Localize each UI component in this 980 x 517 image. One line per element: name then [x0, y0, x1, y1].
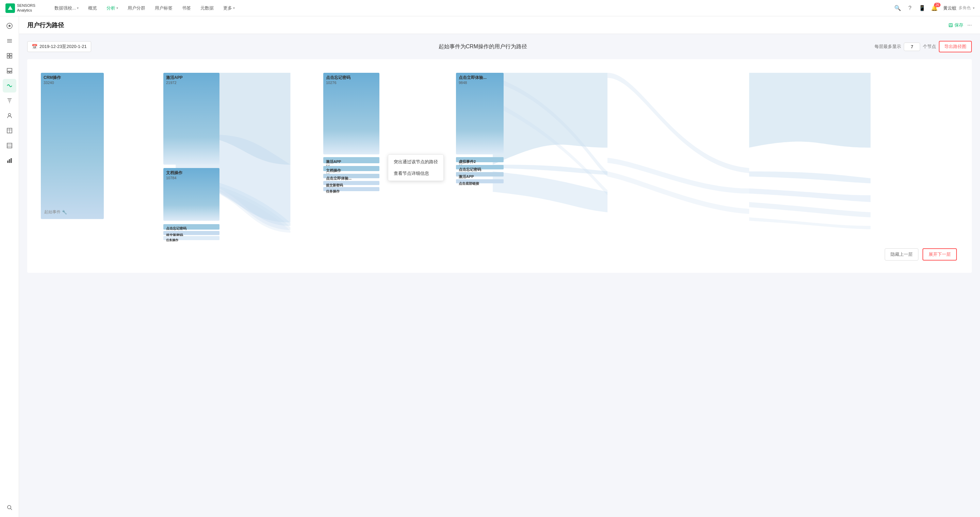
sidebar-item-path[interactable] [3, 79, 16, 92]
svg-rect-10 [7, 68, 12, 71]
sidebar-item-search[interactable] [3, 501, 16, 514]
nav-metadata[interactable]: 元数据 [196, 0, 218, 16]
node-col4-forget-pwd[interactable]: 点击忘记密码 24 [456, 165, 504, 170]
sidebar-item-filter[interactable] [3, 34, 16, 48]
header-actions: 保存 ··· [948, 22, 972, 28]
logo: SENSORS Analytics [5, 3, 46, 13]
node-col1-crm[interactable]: CRM操作 33240 起始事件 🔧 [41, 73, 104, 219]
sidebar-item-dashboard[interactable] [3, 64, 16, 78]
layer-count-input[interactable] [904, 43, 920, 51]
nav-overview[interactable]: 概览 [84, 0, 101, 16]
node-col4-try-now[interactable]: 点击立即体验... 9848 [456, 73, 504, 154]
user-role: 多角色 [959, 5, 971, 11]
svg-line-28 [11, 509, 12, 510]
node-col3-activate-app[interactable]: 激活APP 64 [323, 157, 379, 163]
node-col3-3-title: 文档操作 [326, 168, 377, 173]
sidebar-item-table[interactable] [3, 124, 16, 137]
filter-bar: 📅 2019-12-23至2020-1-21 起始事件为CRM操作的用户行为路径… [27, 41, 972, 52]
hide-layer-button[interactable]: 隐藏上一层 [885, 248, 918, 260]
layer-label: 每层最多显示 [875, 44, 901, 50]
nav-right-area: 🔍 ? 📱 🔔 26 黄云蚊 多角色 ▾ [894, 5, 975, 11]
context-menu-highlight[interactable]: 突出通过该节点的路径 [388, 156, 443, 168]
node-col2-forget-pwd[interactable]: 点击忘记密码 24 [163, 224, 220, 230]
node-col2-1-value: 21972 [166, 81, 217, 85]
svg-rect-31 [950, 25, 952, 27]
node-col4-3-title: 点击忘记密码 [459, 167, 501, 172]
node-col3-forget-pwd[interactable]: 点击忘记密码 10276 [323, 73, 379, 154]
svg-rect-21 [7, 143, 12, 148]
svg-rect-25 [9, 159, 10, 163]
date-range-picker[interactable]: 📅 2019-12-23至2020-1-21 [27, 41, 91, 52]
node-col2-doc-operation[interactable]: 文档操作 10784 [163, 168, 220, 221]
sidebar-item-bar[interactable] [3, 154, 16, 167]
node-col3-1-value: 10276 [326, 81, 377, 85]
node-col3-submit-newpwd[interactable]: 提交新密码 [323, 181, 379, 185]
svg-rect-8 [7, 56, 9, 58]
svg-rect-30 [950, 24, 952, 25]
context-menu-details[interactable]: 查看节点详细信息 [388, 168, 443, 179]
top-navigation: SENSORS Analytics 数据强校...▾ 概览 分析▾ 用户分群 用… [0, 0, 980, 16]
node-col3-1-title: 点击忘记密码 [326, 75, 377, 81]
nav-data-strong[interactable]: 数据强校...▾ [50, 0, 83, 16]
node-col4-1-value: 9848 [459, 81, 501, 85]
svg-rect-26 [11, 158, 12, 163]
sidebar-item-funnel[interactable] [3, 94, 16, 108]
node-col2-2-value: 10784 [166, 176, 217, 180]
date-range-label: 2019-12-23至2020-1-21 [40, 44, 87, 50]
svg-point-2 [8, 25, 11, 27]
nav-more[interactable]: 更多▾ [219, 0, 239, 16]
device-icon[interactable]: 📱 [919, 5, 926, 11]
svg-point-27 [8, 506, 11, 509]
node-col4-4-title: 激活APP [459, 174, 501, 179]
svg-rect-9 [10, 56, 12, 58]
nav-user-group[interactable]: 用户分群 [124, 0, 150, 16]
search-icon[interactable]: 🔍 [894, 5, 901, 11]
node-col2-3-title: 点击忘记密码 [166, 226, 217, 231]
sidebar [0, 16, 19, 517]
node-col2-activate-app[interactable]: 激活APP 21972 [163, 73, 220, 165]
node-col1-value: 33240 [43, 81, 101, 85]
svg-point-17 [8, 114, 11, 116]
more-options-button[interactable]: ··· [967, 22, 972, 28]
node-col2-5-title: 任务操作 [166, 238, 217, 243]
nav-bookmark[interactable]: 书签 [178, 0, 195, 16]
node-col4-5-title: 点击底部链接 [459, 181, 501, 186]
node-col4-virtual-event[interactable]: 虚拟事件2 28 [456, 157, 504, 162]
node-col3-4-title: 点击立即体验... [326, 176, 377, 181]
sidebar-item-table2[interactable] [3, 139, 16, 152]
node-col4-bottom-link[interactable]: 点击底部链接 [456, 179, 504, 183]
logo-icon [5, 3, 15, 13]
node-col3-6-title: 任务操作 [326, 189, 377, 194]
sidebar-item-users[interactable] [3, 109, 16, 122]
nav-user-tag[interactable]: 用户标签 [151, 0, 177, 16]
sankey-chart-area: CRM操作 33240 起始事件 🔧 激活APP 21972 文档操作 [27, 59, 972, 273]
node-col3-task-op[interactable]: 任务操作 [323, 187, 379, 191]
node-col2-1-title: 激活APP [166, 75, 217, 81]
node-col3-doc-operation[interactable]: 文档操作 28 [323, 166, 379, 171]
node-col3-try-now[interactable]: 点击立即体验... 20 [323, 174, 379, 178]
chart-main-title: 起始事件为CRM操作的用户行为路径 [97, 43, 869, 50]
node-col4-activate-app[interactable]: 激活APP 20 [456, 172, 504, 176]
export-button[interactable]: 导出路径图 [939, 41, 972, 52]
node-col2-submit-pwd[interactable]: 提交新密码 [163, 231, 220, 235]
page-title: 用户行为路径 [27, 21, 64, 29]
help-icon[interactable]: ? [907, 5, 913, 11]
node-col3-2-title: 激活APP [326, 159, 377, 164]
nav-analysis[interactable]: 分析▾ [102, 0, 122, 16]
user-menu[interactable]: 黄云蚊 多角色 ▾ [943, 5, 975, 11]
sidebar-item-grid[interactable] [3, 49, 16, 63]
svg-marker-0 [8, 6, 13, 10]
notification-icon[interactable]: 🔔 26 [931, 5, 938, 11]
node-col1-title: CRM操作 [43, 75, 101, 81]
bottom-actions: 隐藏上一层 展开下一层 [34, 243, 965, 266]
svg-rect-7 [10, 53, 12, 56]
node-col2-task-operation[interactable]: 任务操作 [163, 236, 220, 240]
page-header: 用户行为路径 保存 ··· [19, 16, 980, 34]
calendar-icon: 📅 [32, 44, 37, 49]
app-name: SENSORS Analytics [17, 3, 35, 12]
node-start-label: 起始事件 🔧 [44, 209, 67, 215]
save-button[interactable]: 保存 [948, 22, 963, 28]
expand-layer-button[interactable]: 展开下一层 [923, 248, 957, 260]
sidebar-item-analytics[interactable] [3, 19, 16, 33]
main-content: 用户行为路径 保存 ··· 📅 2019-12-23至2020-1-21 起始事… [19, 16, 980, 517]
